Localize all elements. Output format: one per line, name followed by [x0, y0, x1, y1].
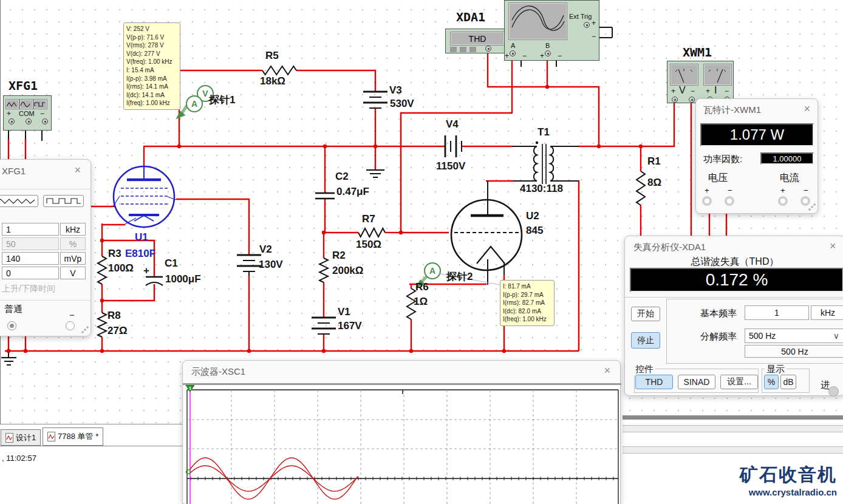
xfg1-minus-label: −	[40, 109, 44, 118]
resolution-select[interactable]: 500 Hz ∨	[745, 329, 843, 343]
start-button[interactable]: 开始	[631, 307, 660, 321]
probe-line: I(p-p): 3.98 mA	[126, 75, 177, 83]
close-icon[interactable]: ×	[804, 103, 810, 114]
component-label-c1-plus[interactable]: +	[143, 265, 149, 277]
xwm1-icon[interactable]: + V − + I −	[667, 61, 734, 103]
xwm1-v-plus-terminal[interactable]	[672, 97, 678, 103]
more-knob[interactable]	[828, 386, 839, 397]
component-label-r1-ref[interactable]: R1	[647, 155, 661, 168]
component-label-r5-ref[interactable]: R5	[265, 50, 279, 62]
channel-b-terminal[interactable]	[545, 50, 551, 56]
chevron-down-icon[interactable]: ∨	[833, 331, 839, 341]
xda1-icon-button	[460, 47, 466, 52]
component-label-v4-val[interactable]: 1150V	[436, 160, 465, 172]
component-label-c1-val[interactable]: 1000μF	[165, 273, 201, 285]
percent-button[interactable]: %	[764, 375, 779, 389]
offset-unit[interactable]: V	[60, 267, 86, 279]
xfg1-minus-terminal[interactable]	[42, 118, 48, 124]
component-label-v2-val[interactable]: 130V	[259, 259, 283, 271]
ext-trig-terminal[interactable]	[584, 22, 590, 28]
thd-mode-button[interactable]: THD	[635, 375, 673, 389]
xwm1-v-minus: −	[691, 87, 695, 95]
component-label-r3-val[interactable]: 100Ω	[108, 262, 134, 274]
channel-a-terminal[interactable]	[510, 50, 516, 56]
xfg1-icon[interactable]: + COM −	[3, 95, 52, 131]
square-wave-button[interactable]	[43, 195, 84, 207]
sinad-mode-button[interactable]: SINAD	[678, 375, 715, 389]
xwm1-icon-label: XWM1	[683, 45, 712, 60]
probe1-label[interactable]: 探针1	[209, 93, 235, 107]
fundamental-unit[interactable]: kHz	[811, 305, 843, 320]
component-label-v2-ref[interactable]: V2	[259, 243, 272, 256]
component-label-u2-ref[interactable]: U2	[526, 210, 539, 222]
component-label-r6-ref[interactable]: R6	[415, 281, 429, 293]
component-label-r8-ref[interactable]: R8	[108, 310, 121, 322]
watermark-title: 矿石收音机	[740, 463, 837, 488]
component-label-r5-val[interactable]: 18kΩ	[260, 75, 285, 87]
probe1-a-icon: A	[191, 99, 197, 109]
component-label-r6-val[interactable]: 1Ω	[414, 296, 428, 308]
triangle-wave-button[interactable]	[0, 195, 38, 207]
close-icon[interactable]: ×	[604, 365, 610, 376]
amplitude-unit[interactable]: mVp	[60, 252, 86, 265]
component-label-v1-val[interactable]: 167V	[338, 320, 362, 332]
probe1-annotation[interactable]: V: 252 V V(p-p): 71.6 V V(rms): 278 V V(…	[123, 22, 180, 110]
component-label-t1-val[interactable]: 4130:118	[520, 183, 563, 195]
minus-option-radio[interactable]	[66, 321, 75, 330]
component-label-u1-val[interactable]: E810F	[125, 248, 155, 260]
component-label-v4-ref[interactable]: V4	[446, 118, 459, 131]
tab-7788-dan-guan[interactable]: 7788 单管 *	[43, 427, 103, 446]
xfg1-plus-terminal[interactable]	[9, 118, 15, 124]
component-label-v1-ref[interactable]: V1	[338, 306, 350, 318]
xsc1-window-titlebar[interactable]: 示波器-XSC1	[191, 366, 245, 378]
component-label-c2-val[interactable]: 0.47μF	[336, 186, 369, 198]
component-label-r1-val[interactable]: 8Ω	[647, 177, 661, 189]
xda1-input-terminal[interactable]	[485, 46, 491, 52]
resize-grip[interactable]	[808, 203, 816, 211]
close-icon[interactable]: ×	[74, 165, 81, 175]
close-icon[interactable]: ×	[830, 240, 836, 251]
duty-input: 50	[2, 237, 59, 250]
stop-button[interactable]: 停止	[631, 332, 660, 349]
tab-label: 7788 单管 *	[58, 431, 98, 442]
probe-line: I: 81.7 mA	[503, 282, 551, 291]
resize-grip[interactable]	[81, 326, 89, 334]
xwm1-v-minus-terminal[interactable]	[689, 97, 695, 103]
component-label-t1-ref[interactable]: T1	[538, 126, 550, 138]
component-label-r7-ref[interactable]: R7	[362, 213, 375, 225]
component-label-u2-val[interactable]: 845	[526, 225, 543, 237]
component-label-v3-ref[interactable]: V3	[389, 84, 402, 97]
frequency-input[interactable]: 1	[2, 223, 59, 236]
probe2-annotation[interactable]: I: 81.7 mA I(p-p): 29.7 mA I(rms): 82.7 …	[500, 280, 555, 326]
component-label-r8-val[interactable]: 27Ω	[108, 325, 128, 337]
xwm1-panel-titlebar[interactable]: 瓦特计-XWM1	[703, 104, 761, 116]
tab-design1[interactable]: 设计1	[1, 429, 41, 446]
xfg1-icon-label: XFG1	[9, 78, 38, 93]
frequency-unit[interactable]: kHz	[60, 223, 86, 236]
component-label-r7-val[interactable]: 150Ω	[356, 239, 381, 251]
component-label-c1-ref[interactable]: C1	[165, 257, 178, 270]
offset-input[interactable]: 0	[2, 267, 59, 279]
triangle-wave-icon[interactable]	[5, 99, 19, 109]
square-wave-icon[interactable]	[33, 99, 47, 109]
probe-line: V(freq): 1.00 kHz	[126, 58, 177, 66]
xda1-panel-titlebar[interactable]: 失真分析仪-XDA1	[633, 242, 706, 253]
xfg1-panel-titlebar[interactable]: XFG1	[2, 166, 26, 176]
component-label-r2-val[interactable]: 200kΩ	[332, 265, 363, 277]
sine-wave-icon[interactable]	[19, 99, 33, 109]
mode-normal-radio[interactable]	[7, 321, 16, 330]
probe-line: I(dc): 14.1 mA	[126, 91, 177, 100]
component-label-u1-ref[interactable]: U1	[135, 231, 148, 243]
xfg1-com-terminal[interactable]	[26, 118, 32, 124]
amplitude-input[interactable]: 140	[2, 252, 59, 265]
component-label-c2-ref[interactable]: C2	[335, 171, 349, 183]
db-button[interactable]: dB	[780, 375, 796, 389]
fundamental-input[interactable]: 1	[745, 305, 809, 320]
component-label-r3-ref[interactable]: R3	[108, 248, 121, 260]
component-label-v3-val[interactable]: 530V	[390, 98, 414, 110]
settings-button[interactable]: 设置...	[720, 375, 758, 389]
component-label-r2-ref[interactable]: R2	[332, 250, 346, 262]
scope-plot: 1	[185, 385, 619, 504]
xsc1-icon[interactable]: Ext Trig + − A B + − + −	[504, 0, 599, 61]
probe2-label[interactable]: 探针2	[446, 270, 473, 284]
